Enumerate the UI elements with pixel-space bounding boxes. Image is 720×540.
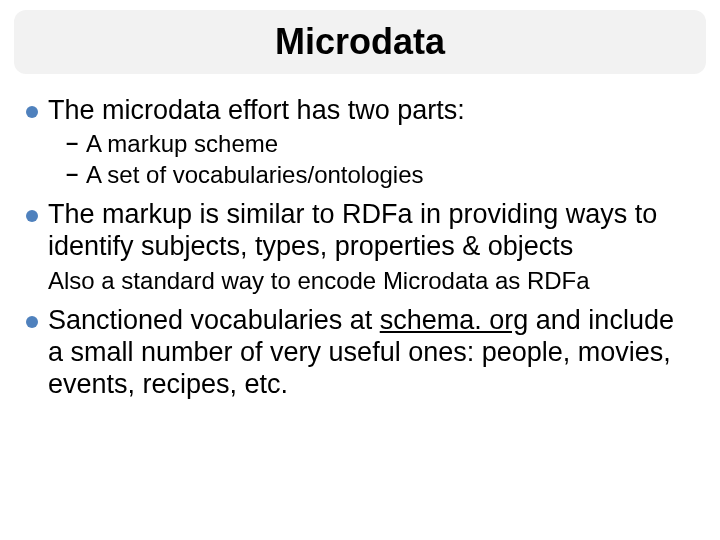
- schema-org-link[interactable]: schema. org: [380, 305, 529, 335]
- bullet-1-sub-2: A set of vocabularies/ontologies: [26, 161, 694, 190]
- slide: Microdata The microdata effort has two p…: [0, 0, 720, 540]
- slide-body: The microdata effort has two parts: A ma…: [26, 86, 694, 405]
- bullet-3-text-a: Sanctioned vocabularies at: [48, 305, 380, 335]
- title-container: Microdata: [14, 10, 706, 74]
- bullet-1: The microdata effort has two parts:: [26, 94, 694, 126]
- bullet-2: The markup is similar to RDFa in providi…: [26, 198, 694, 263]
- bullet-1-sub-1: A markup scheme: [26, 130, 694, 159]
- bullet-3: Sanctioned vocabularies at schema. org a…: [26, 304, 694, 401]
- bullet-2-sub: Also a standard way to encode Microdata …: [26, 267, 694, 296]
- slide-title: Microdata: [275, 21, 445, 63]
